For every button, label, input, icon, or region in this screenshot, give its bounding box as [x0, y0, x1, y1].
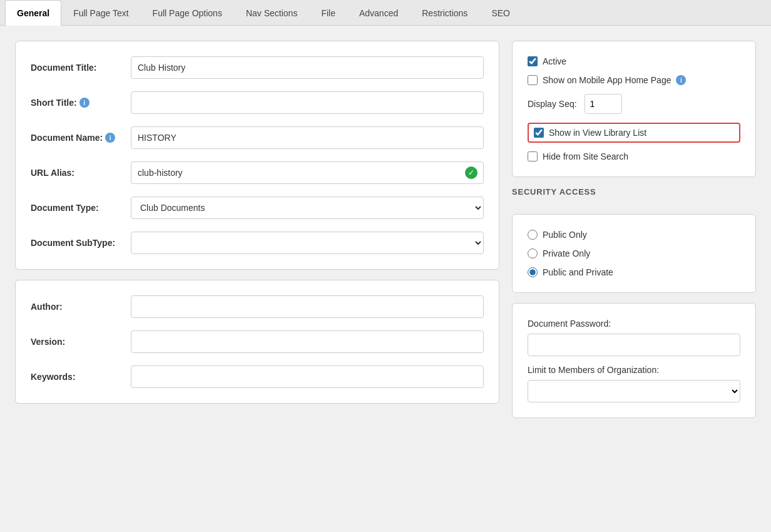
limit-org-select[interactable] [528, 380, 740, 402]
display-seq-label: Display Seq: [528, 99, 577, 109]
version-label: Version: [31, 337, 131, 347]
url-alias-input[interactable] [131, 161, 484, 184]
right-column: Active Show on Mobile App Home Page i Di… [512, 41, 756, 511]
public-private-row: Public and Private [528, 267, 740, 277]
document-title-row: Document Title: [31, 56, 484, 79]
tab-advanced[interactable]: Advanced [347, 0, 410, 26]
document-type-select[interactable]: Club Documents [131, 197, 484, 219]
author-label: Author: [31, 302, 131, 312]
active-checkbox[interactable] [528, 56, 538, 66]
author-row: Author: [31, 295, 484, 318]
left-column: Document Title: Short Title: i Document … [15, 41, 499, 511]
document-title-label: Document Title: [31, 63, 131, 73]
show-mobile-label: Show on Mobile App Home Page [543, 75, 671, 85]
tab-full-page-text[interactable]: Full Page Text [61, 0, 140, 26]
tab-seo[interactable]: SEO [479, 0, 522, 26]
version-row: Version: [31, 330, 484, 353]
public-only-label: Public Only [543, 230, 587, 240]
short-title-input[interactable] [131, 91, 484, 114]
options-panel: Active Show on Mobile App Home Page i Di… [512, 41, 756, 177]
url-alias-label: URL Alias: [31, 168, 131, 178]
keywords-input[interactable] [131, 366, 484, 388]
document-info-panel: Document Title: Short Title: i Document … [15, 41, 499, 270]
document-type-label: Document Type: [31, 203, 131, 213]
document-subtype-label: Document SubType: [31, 238, 131, 248]
limit-org-label: Limit to Members of Organization: [528, 365, 740, 375]
tab-bar: General Full Page Text Full Page Options… [0, 0, 771, 26]
hide-site-search-checkbox[interactable] [528, 151, 538, 161]
keywords-row: Keywords: [31, 366, 484, 388]
public-only-radio[interactable] [528, 230, 538, 240]
active-row: Active [528, 56, 740, 66]
private-only-label: Private Only [543, 248, 590, 258]
show-view-library-label: Show in View Library List [549, 128, 646, 138]
url-alias-row: URL Alias: ✓ [31, 161, 484, 184]
hide-site-search-row: Hide from Site Search [528, 151, 740, 161]
mobile-info-icon[interactable]: i [676, 75, 686, 85]
author-info-panel: Author: Version: Keywords: [15, 280, 499, 404]
short-title-info-icon[interactable]: i [79, 98, 89, 108]
hide-site-search-label: Hide from Site Search [543, 151, 628, 161]
display-seq-row: Display Seq: [528, 94, 740, 114]
public-only-row: Public Only [528, 230, 740, 240]
private-only-row: Private Only [528, 248, 740, 258]
tab-restrictions[interactable]: Restrictions [410, 0, 479, 26]
active-label: Active [543, 56, 566, 66]
document-title-input[interactable] [131, 56, 484, 79]
private-only-radio[interactable] [528, 248, 538, 258]
tab-nav-sections[interactable]: Nav Sections [234, 0, 309, 26]
public-and-private-radio[interactable] [528, 267, 538, 277]
tab-full-page-options[interactable]: Full Page Options [141, 0, 234, 26]
document-name-input[interactable] [131, 126, 484, 149]
security-access-title: SECURITY ACCESS [512, 187, 756, 197]
public-and-private-label: Public and Private [543, 267, 613, 277]
keywords-label: Keywords: [31, 372, 131, 382]
tab-file[interactable]: File [309, 0, 347, 26]
document-type-row: Document Type: Club Documents [31, 197, 484, 219]
show-view-library-checkbox[interactable] [534, 128, 544, 138]
show-mobile-checkbox[interactable] [528, 75, 538, 85]
short-title-row: Short Title: i [31, 91, 484, 114]
doc-password-input[interactable] [528, 334, 740, 356]
document-name-info-icon[interactable]: i [105, 133, 115, 143]
short-title-label: Short Title: i [31, 98, 131, 108]
author-input[interactable] [131, 295, 484, 318]
display-seq-input[interactable] [585, 94, 622, 114]
show-view-library-row: Show in View Library List [528, 123, 740, 143]
url-valid-icon: ✓ [465, 166, 477, 179]
security-access-panel: Public Only Private Only Public and Priv… [512, 214, 756, 293]
main-content: Document Title: Short Title: i Document … [0, 26, 771, 526]
document-name-row: Document Name: i [31, 126, 484, 149]
document-subtype-row: Document SubType: [31, 232, 484, 254]
tab-general[interactable]: General [5, 0, 61, 26]
doc-password-label: Document Password: [528, 319, 740, 329]
url-alias-wrapper: ✓ [131, 161, 484, 184]
document-name-label: Document Name: i [31, 133, 131, 143]
document-password-panel: Document Password: Limit to Members of O… [512, 303, 756, 418]
document-subtype-select[interactable] [131, 232, 484, 254]
version-input[interactable] [131, 330, 484, 353]
show-mobile-row: Show on Mobile App Home Page i [528, 75, 740, 85]
